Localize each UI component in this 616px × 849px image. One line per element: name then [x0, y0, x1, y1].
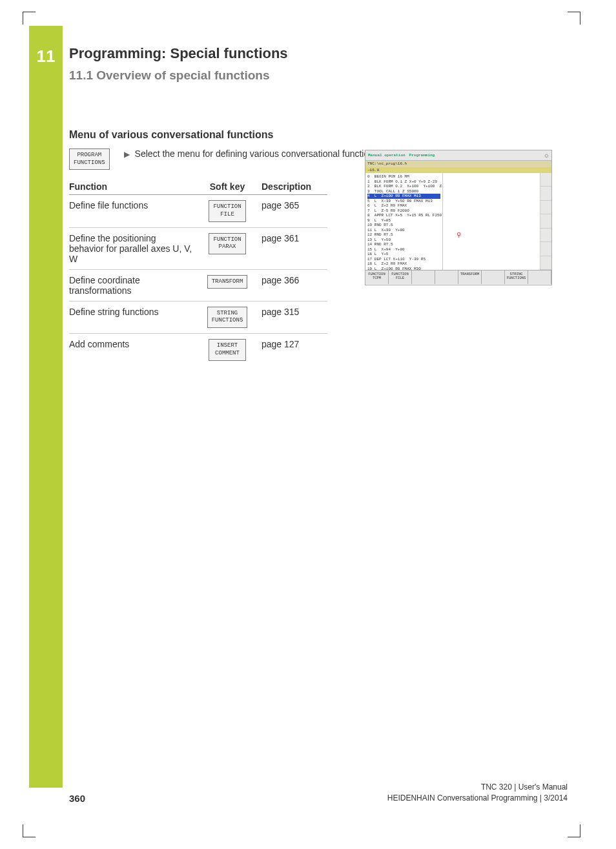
- crop-mark: [23, 824, 36, 837]
- footer-line1: TNC 320 | User's Manual: [387, 782, 568, 793]
- chapter-tab: [29, 26, 63, 788]
- intro-text: ▶ Select the menu for defining various c…: [124, 148, 378, 160]
- subsection-title: Menu of various conversational functions: [69, 129, 574, 141]
- page: 11 Programming: Special functions 11.1 O…: [29, 26, 574, 823]
- ss-mode-programming: Programming: [409, 153, 435, 158]
- softkey-function-file[interactable]: FUNCTION FILE: [209, 200, 246, 221]
- gear-icon: ☼: [544, 151, 549, 160]
- cell-function: Define string functions: [69, 307, 198, 317]
- ss-program-name: →16.H: [365, 167, 551, 173]
- ss-sk-empty: [528, 271, 551, 284]
- softkey-function-parax[interactable]: FUNCTION PARAX: [209, 233, 246, 254]
- tnc-screenshot: Manual operation Programming ☼ TNC:\nc_p…: [365, 150, 552, 285]
- ss-header: Manual operation Programming ☼: [365, 150, 551, 161]
- ss-code-listing: 0 BEGIN PGM 16 MM 1 BLK FORM 0.1 Z X+0 Y…: [365, 173, 443, 270]
- intro-text-content: Select the menu for defining various con…: [135, 148, 378, 160]
- cell-description: page 366: [256, 275, 327, 285]
- section-heading: 11.1 Overview of special functions: [69, 68, 574, 83]
- table-row: Define file functions FUNCTION FILE page…: [69, 195, 327, 227]
- softkey-transform[interactable]: TRANSFORM: [207, 275, 248, 289]
- cell-description: page 361: [256, 233, 327, 243]
- functions-table: Function Soft key Description Define fil…: [69, 181, 327, 365]
- table-row: Define the positioning behavior for para…: [69, 228, 327, 270]
- ss-sk-function-file[interactable]: FUNCTION FILE: [389, 271, 412, 284]
- softkey-string-functions[interactable]: STRING FUNCTIONS: [207, 307, 248, 328]
- cell-function: Define the positioning behavior for para…: [69, 233, 198, 264]
- ss-sidebar: [540, 173, 551, 270]
- footer-info: TNC 320 | User's Manual HEIDENHAIN Conve…: [387, 782, 568, 804]
- page-footer: 360 TNC 320 | User's Manual HEIDENHAIN C…: [69, 782, 568, 804]
- crop-mark: [568, 824, 580, 837]
- ss-mode-manual: Manual operation: [368, 153, 406, 158]
- cell-function: Define coordinate transformations: [69, 275, 198, 296]
- triangle-icon: ▶: [124, 148, 130, 160]
- ss-sk-empty: [435, 271, 458, 284]
- table-row: Define coordinate transformations TRANSF…: [69, 270, 327, 302]
- table-row: Define string functions STRING FUNCTIONS…: [69, 302, 327, 334]
- cell-description: page 315: [256, 307, 327, 317]
- ss-sk-string-functions[interactable]: STRING FUNCTIONS: [505, 271, 528, 284]
- ss-sk-empty: [412, 271, 435, 284]
- chapter-number: 11: [29, 46, 63, 66]
- ss-sk-function-tcpm[interactable]: FUNCTION TCPM: [365, 271, 389, 284]
- heading-area: Programming: Special functions 11.1 Over…: [69, 45, 574, 83]
- table-header: Function Soft key Description: [69, 181, 327, 195]
- cell-description: page 365: [256, 200, 327, 210]
- footer-line2: HEIDENHAIN Conversational Programming | …: [387, 793, 568, 804]
- page-number: 360: [69, 793, 85, 804]
- ss-softkey-row: FUNCTION TCPM FUNCTION FILE TRANSFORM ST…: [365, 270, 551, 284]
- cell-function: Define file functions: [69, 200, 198, 210]
- ss-graphic-pane: ⚲: [443, 173, 540, 270]
- table-row: Add comments INSERT COMMENT page 127: [69, 334, 327, 365]
- chapter-heading: Programming: Special functions: [69, 45, 574, 62]
- cell-function: Add comments: [69, 339, 198, 349]
- th-softkey: Soft key: [198, 181, 256, 192]
- th-description: Description: [256, 181, 327, 192]
- softkey-insert-comment[interactable]: INSERT COMMENT: [209, 339, 246, 360]
- ss-sk-transform[interactable]: TRANSFORM: [458, 271, 482, 284]
- ss-body: 0 BEGIN PGM 16 MM 1 BLK FORM 0.1 Z X+0 Y…: [365, 173, 551, 270]
- crop-mark: [568, 12, 580, 25]
- cell-description: page 127: [256, 339, 327, 349]
- datum-icon: ⚲: [457, 231, 461, 239]
- ss-path: TNC:\nc_prog\16.h: [365, 161, 551, 167]
- th-function: Function: [69, 181, 198, 192]
- softkey-program-functions[interactable]: PROGRAM FUNCTIONS: [69, 148, 110, 170]
- crop-mark: [23, 12, 36, 25]
- ss-sk-empty: [482, 271, 505, 284]
